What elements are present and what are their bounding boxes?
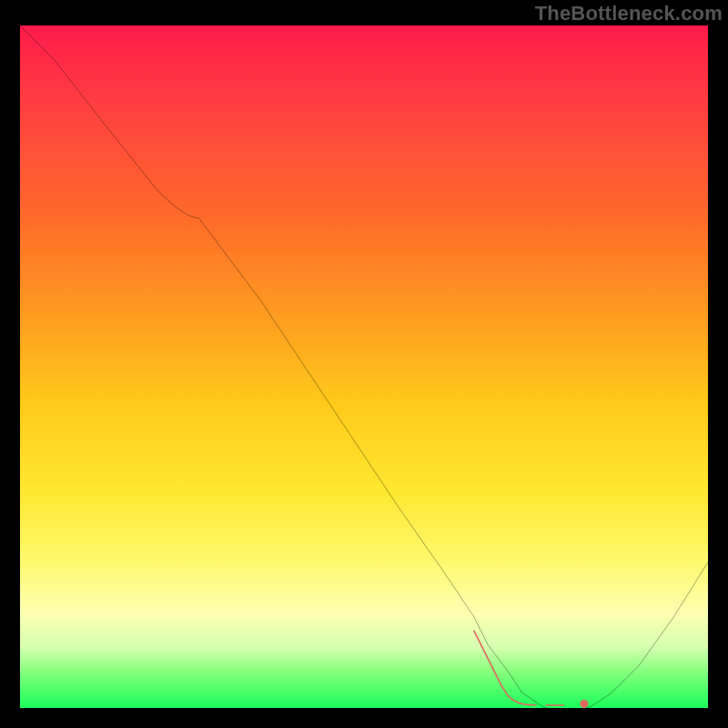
highlight-min-drop <box>474 631 536 705</box>
watermark-text: TheBottleneck.com <box>535 2 723 25</box>
highlight-min-dot <box>580 700 588 708</box>
chart-svg <box>20 25 708 708</box>
bottleneck-curve-line <box>20 25 708 708</box>
plot-area <box>20 25 708 708</box>
chart-frame: TheBottleneck.com line bottleneck-curve … <box>0 0 728 728</box>
